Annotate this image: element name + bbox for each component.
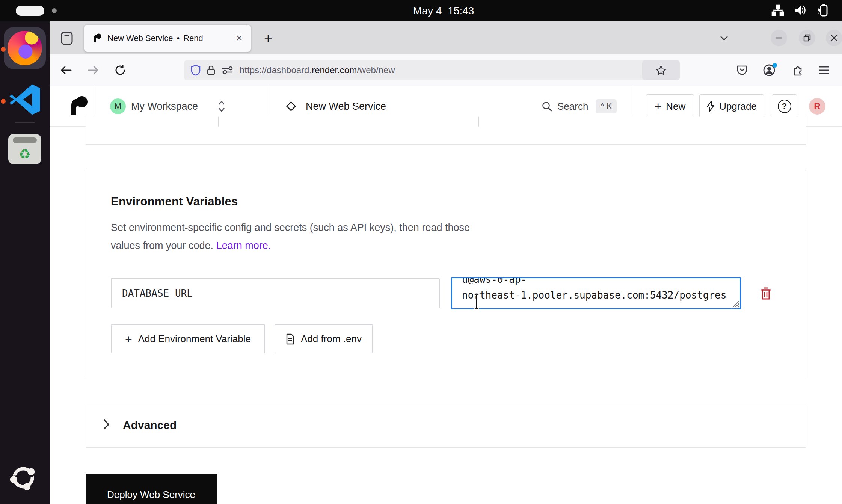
firefox-window: New Web Service • Rend ✕ + — [50, 21, 842, 504]
textarea-resize-handle[interactable] — [732, 300, 739, 307]
help-button[interactable]: ? — [772, 94, 797, 118]
window-close-button[interactable] — [826, 30, 842, 46]
lightning-icon — [706, 101, 715, 112]
workspace-chevrons-icon[interactable] — [217, 100, 226, 115]
tab-close-button[interactable]: ✕ — [233, 32, 246, 45]
input-edge — [218, 117, 219, 127]
battery-icon[interactable] — [816, 3, 828, 18]
chevron-down-icon — [720, 36, 728, 41]
puzzle-icon — [792, 65, 803, 76]
render-favicon — [92, 33, 102, 44]
reload-button[interactable] — [110, 60, 131, 81]
vscode-running-dot — [1, 99, 6, 104]
firefox-view-button[interactable] — [59, 30, 75, 47]
advanced-heading: Advanced — [123, 419, 177, 432]
add-from-env-label: Add from .env — [301, 333, 362, 345]
trash-icon — [760, 287, 771, 300]
tab-title: New Web Service • Rend — [107, 33, 220, 44]
permissions-icon[interactable] — [222, 65, 233, 75]
account-button[interactable] — [762, 62, 778, 78]
env-value-textarea[interactable]: u@aws-0-ap- northeast-1.pooler.supabase.… — [451, 277, 741, 309]
section-description-line2: values from your code. Learn more. — [111, 240, 271, 252]
window-restore-button[interactable] — [799, 30, 815, 46]
trash-lid — [13, 137, 37, 143]
search-shortcut-badge: ^ K — [596, 99, 616, 113]
workspace-indicator-pill[interactable] — [16, 6, 44, 16]
page-title: New Web Service — [306, 101, 386, 112]
pocket-button[interactable] — [734, 62, 750, 78]
vscode-icon — [8, 83, 41, 116]
plus-icon: + — [655, 100, 662, 112]
render-logo-icon — [68, 95, 89, 117]
dock-item-firefox[interactable] — [4, 27, 46, 69]
plus-icon: + — [125, 333, 132, 345]
extensions-button[interactable] — [789, 62, 806, 78]
dock-item-trash[interactable]: ♻ — [8, 134, 41, 164]
account-icon — [762, 63, 777, 78]
upgrade-button-label: Upgrade — [719, 101, 757, 112]
tab-title-cut: Rend — [183, 33, 203, 43]
tracking-shield-icon — [191, 65, 201, 76]
render-logo[interactable] — [68, 95, 89, 117]
add-environment-variable-button[interactable]: + Add Environment Variable — [111, 324, 265, 353]
firefox-icon — [8, 31, 42, 65]
workspace-indicator-dot[interactable] — [52, 8, 57, 13]
workspace-avatar[interactable]: M — [110, 98, 126, 114]
back-button[interactable] — [56, 60, 77, 81]
search-label: Search — [557, 101, 588, 112]
list-all-tabs-button[interactable] — [717, 30, 732, 45]
minimize-icon — [776, 37, 782, 39]
input-edge — [478, 117, 479, 127]
url-text[interactable]: https://dashboard.render.com/web/new — [240, 65, 395, 75]
window-minimize-button[interactable] — [771, 30, 787, 46]
diamond-icon — [285, 101, 297, 112]
url-path: /web/new — [357, 65, 395, 75]
description-text: values from your code. — [111, 240, 213, 251]
text-cursor — [472, 293, 481, 312]
clock-date: May 4 — [413, 5, 442, 17]
upgrade-button[interactable]: Upgrade — [699, 94, 764, 118]
new-tab-button[interactable]: + — [260, 30, 276, 46]
volume-icon[interactable] — [794, 4, 807, 18]
search-icon — [542, 101, 552, 112]
advanced-card[interactable]: Advanced — [86, 403, 806, 448]
add-from-env-button[interactable]: Add from .env — [275, 324, 373, 353]
lock-icon[interactable] — [207, 65, 216, 75]
env-value-line2: northeast-1.pooler.supabase.com:5432/pos… — [462, 287, 730, 303]
section-heading: Environment Variables — [111, 195, 238, 208]
back-icon — [60, 66, 72, 75]
bookmark-button[interactable] — [642, 60, 680, 80]
clock-time: 15:43 — [448, 5, 474, 17]
new-button[interactable]: + New — [646, 94, 694, 118]
url-domain: render.com — [312, 65, 357, 75]
system-top-bar: May 4 15:43 — [0, 0, 842, 21]
menu-button[interactable] — [816, 62, 832, 78]
network-icon[interactable] — [771, 4, 784, 18]
active-tab[interactable]: New Web Service • Rend ✕ — [84, 25, 251, 52]
previous-card-bottom — [86, 117, 806, 145]
firefox-view-icon — [60, 31, 74, 46]
forward-icon — [88, 66, 99, 75]
env-value-line1: u@aws-0-ap- — [462, 277, 730, 287]
deploy-web-service-button[interactable]: Deploy Web Service — [86, 474, 217, 504]
navigation-toolbar: https://dashboard.render.com/web/new — [50, 54, 842, 86]
delete-variable-button[interactable] — [758, 286, 773, 301]
env-key-input[interactable] — [111, 278, 440, 308]
section-description-line1: Set environment-specific config and secr… — [111, 222, 470, 234]
tab-title-separator: • — [177, 33, 180, 43]
add-variable-label: Add Environment Variable — [138, 333, 251, 345]
environment-variables-card: Environment Variables Set environment-sp… — [86, 170, 806, 376]
dock: ♻ — [0, 21, 50, 504]
learn-more-link[interactable]: Learn more. — [216, 240, 271, 251]
dock-item-vscode[interactable] — [8, 83, 41, 116]
system-clock[interactable]: May 4 15:43 — [413, 0, 474, 21]
forward-button[interactable] — [83, 60, 104, 81]
env-value-text: u@aws-0-ap- northeast-1.pooler.supabase.… — [462, 277, 730, 303]
close-icon — [831, 35, 837, 41]
user-avatar[interactable]: R — [809, 98, 825, 115]
url-bar[interactable]: https://dashboard.render.com/web/new — [184, 60, 680, 80]
restore-icon — [803, 34, 811, 42]
app-grid-button[interactable] — [8, 463, 38, 493]
reload-icon — [115, 65, 126, 76]
document-icon — [286, 333, 295, 345]
